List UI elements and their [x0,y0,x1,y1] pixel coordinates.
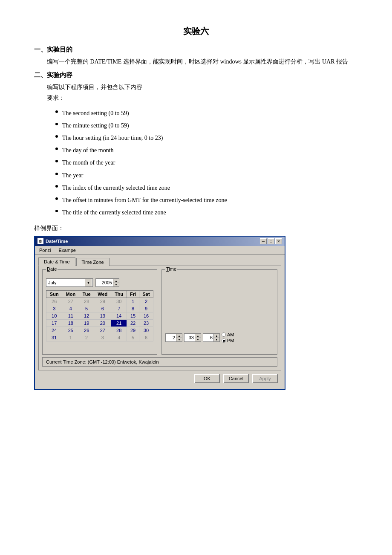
second-down-btn[interactable]: ▼ [213,338,219,341]
pm-radio[interactable] [222,338,226,343]
calendar-cell[interactable]: 13 [94,312,111,320]
calendar-cell[interactable]: 26 [79,327,94,334]
calendar-cell[interactable]: 14 [111,312,127,320]
pm-label: PM [227,338,234,343]
minute-spinner: ▲ ▼ [184,333,201,342]
calendar-cell[interactable]: 8 [127,305,139,312]
calendar-cell[interactable]: 15 [127,312,139,320]
calendar-cell[interactable]: 21 [111,320,127,327]
year-spinner: ▲ ▼ [95,278,119,287]
bullet-dot [55,160,58,162]
tab-date-time[interactable]: Date & Time [38,257,75,266]
second-spinner: ▲ ▼ [203,333,220,342]
requirements-list: The second setting (0 to 59)The minute s… [55,108,358,218]
calendar-cell[interactable]: 28 [111,327,127,334]
calendar-cell[interactable]: 30 [111,298,127,305]
ampm-group: AM PM [222,332,234,343]
close-button[interactable]: ✕ [275,238,282,244]
calendar-cell[interactable]: 5 [79,305,94,312]
calendar-cell[interactable]: 23 [139,320,153,327]
month-dropdown-btn[interactable]: ▼ [85,279,92,286]
titlebar-buttons: ─ □ ✕ [260,238,282,244]
minute-down-btn[interactable]: ▼ [195,338,201,341]
date-legend: Date [46,266,58,272]
calendar-cell[interactable]: 20 [94,320,111,327]
calendar-cell[interactable]: 5 [127,334,139,341]
second-spinner-btns: ▲ ▼ [213,334,219,341]
calendar-cell[interactable]: 24 [46,327,62,334]
calendar-cell[interactable]: 30 [139,327,153,334]
calendar-cell[interactable]: 2 [79,334,94,341]
bullet-item: The month of the year [55,157,358,168]
calendar-cell[interactable]: 29 [127,327,139,334]
hour-input[interactable] [166,335,176,340]
tabs-container: Date & Time Time Zone [38,257,281,266]
calendar-cell[interactable]: 1 [127,298,139,305]
cancel-button[interactable]: Cancel [223,374,249,383]
calendar-cell[interactable]: 12 [79,312,94,320]
bullet-item: The year [55,170,358,181]
second-up-btn[interactable]: ▲ [213,334,219,338]
minute-input[interactable] [184,335,195,340]
calendar-cell[interactable]: 31 [46,334,62,341]
calendar-cell[interactable]: 9 [139,305,153,312]
calendar-cell[interactable]: 26 [46,298,62,305]
calendar-table: SunMonTueWedThuFriSat 262728293012345678… [46,290,153,341]
bullet-dot [55,110,58,113]
pm-radio-row[interactable]: PM [222,338,234,343]
calendar-cell[interactable]: 4 [62,305,79,312]
calendar-cell[interactable]: 6 [139,334,153,341]
hour-up-btn[interactable]: ▲ [176,334,182,338]
calendar-cell[interactable]: 27 [94,327,111,334]
calendar-cell[interactable]: 19 [79,320,94,327]
month-select[interactable]: July ▼ [46,278,93,287]
month-value: July [47,280,85,285]
page-title: 实验六 [34,26,358,37]
calendar-cell[interactable]: 4 [111,334,127,341]
am-radio-row[interactable]: AM [222,332,234,337]
menu-item-exampe[interactable]: Exampe [57,247,78,254]
calendar-cell[interactable]: 10 [46,312,62,320]
bullet-dot [55,185,58,188]
am-radio[interactable] [222,332,226,337]
calendar-cell[interactable]: 28 [79,298,94,305]
calendar-cell[interactable]: 6 [94,305,111,312]
minimize-button[interactable]: ─ [260,238,267,244]
apply-button[interactable]: Apply [252,374,278,383]
calendar-cell[interactable]: 27 [62,298,79,305]
ok-button[interactable]: OK [194,374,220,383]
section2-heading: 二、实验内容 [34,71,358,79]
calendar-cell[interactable]: 29 [94,298,111,305]
calendar-header-cell: Wed [94,291,111,298]
second-input[interactable] [203,335,213,340]
bullet-dot [55,123,58,125]
calendar-cell[interactable]: 22 [127,320,139,327]
hour-down-btn[interactable]: ▼ [176,338,182,341]
calendar-cell[interactable]: 1 [62,334,79,341]
calendar-cell[interactable]: 2 [139,298,153,305]
dialog-body: Date & Time Time Zone Date July ▼ [35,255,285,389]
bullet-item: The offset in minutes from GMT for the c… [55,195,358,205]
year-down-btn[interactable]: ▼ [113,283,119,286]
calendar-cell[interactable]: 16 [139,312,153,320]
tab-content: Date July ▼ ▲ ▼ [38,266,281,370]
time-row: ▲ ▼ ▲ ▼ [165,332,274,343]
calendar-cell[interactable]: 3 [46,305,62,312]
year-up-btn[interactable]: ▲ [113,279,119,283]
calendar-cell[interactable]: 17 [46,320,62,327]
am-label: AM [227,332,234,337]
year-spinner-btns: ▲ ▼ [113,279,119,286]
minute-up-btn[interactable]: ▲ [195,334,201,338]
month-year-row: July ▼ ▲ ▼ [46,278,153,287]
calendar-cell[interactable]: 11 [62,312,79,320]
restore-button[interactable]: □ [268,238,274,244]
year-input[interactable] [96,280,113,285]
calendar-cell[interactable]: 25 [62,327,79,334]
tab-timezone[interactable]: Time Zone [76,258,110,266]
hour-spinner: ▲ ▼ [165,333,182,342]
calendar-cell[interactable]: 18 [62,320,79,327]
calendar-cell[interactable]: 3 [94,334,111,341]
menu-item-ponzi[interactable]: Ponzi [37,247,53,254]
calendar-cell[interactable]: 7 [111,305,127,312]
bullet-item: The second setting (0 to 59) [55,108,358,119]
